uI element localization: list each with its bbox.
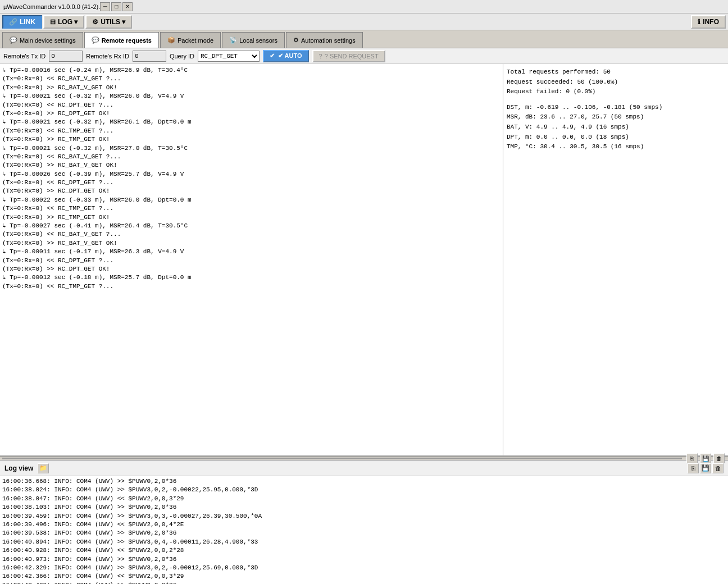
dst-stat: DST, m: -0.619 .. -0.106, -0.181 (50 smp… — [507, 103, 725, 113]
tab-local-sensors-icon: 📡 — [229, 36, 237, 44]
tab-packet-mode[interactable]: 📦 Packet mode — [160, 32, 221, 48]
toolbar: Remote's Tx ID Remote's Rx ID Query ID R… — [0, 48, 728, 64]
link-icon: 🔗 — [9, 18, 17, 26]
logview-folder-button[interactable]: 📁 — [38, 463, 49, 473]
auto-button[interactable]: ✔ ✔ AUTO — [263, 50, 309, 62]
remote-rx-label: Remote's Rx ID — [86, 53, 129, 60]
titlebar-title: µWaveCommander v1.0.0.0 (#1-2). — [3, 3, 100, 10]
remote-tx-label: Remote's Tx ID — [3, 53, 46, 60]
info-icon: ℹ — [698, 18, 700, 26]
logview-copy-button[interactable]: ⎘ — [688, 463, 699, 473]
logview-clear-button[interactable]: 🗑 — [712, 463, 724, 473]
main-content: ↳ Tp=-0.00016 sec (-0.24 m), MSR=26.9 dB… — [0, 64, 728, 456]
log-panel: ↳ Tp=-0.00016 sec (-0.24 m), MSR=26.9 dB… — [0, 64, 503, 455]
tab-remote-requests-icon: 💬 — [92, 36, 99, 44]
tab-remote-requests[interactable]: 💬 Remote requests — [84, 32, 159, 48]
tab-automation[interactable]: ⚙ Automation settings — [286, 32, 363, 48]
logview-label: Log view — [4, 464, 33, 472]
link-menu-button[interactable]: 🔗 LINK — [2, 15, 42, 29]
bat-stat: BAT, V: 4.9 .. 4.9, 4.9 (16 smps) — [507, 122, 725, 133]
maximize-button[interactable]: □ — [111, 2, 121, 11]
separator: ⎘ 💾 🗑 — [0, 456, 728, 460]
titlebar: µWaveCommander v1.0.0.0 (#1-2). ─ □ ✕ — [0, 0, 728, 13]
query-id-select[interactable]: RC_DPT_GET RC_BAT_V_GET RC_TMP_GET — [198, 51, 260, 62]
dpt-stat: DPT, m: 0.0 .. 0.0, 0.0 (18 smps) — [507, 133, 725, 143]
logview-header: Log view 📁 ⎘ 💾 🗑 — [0, 460, 728, 476]
log-text[interactable]: ↳ Tp=-0.00016 sec (-0.24 m), MSR=26.9 dB… — [0, 64, 503, 455]
minimize-button[interactable]: ─ — [100, 2, 110, 11]
copy-log-button[interactable]: ⎘ — [686, 453, 698, 463]
auto-checkmark-icon: ✔ — [270, 52, 275, 60]
remote-rx-input[interactable] — [133, 51, 166, 62]
save-log-button[interactable]: 💾 — [700, 453, 711, 463]
menubar: 🔗 LINK ⊟ LOG ▾ ⚙ UTILS ▾ ℹ INFO — [0, 13, 728, 30]
tmp-stat: TMP, °C: 30.4 .. 30.5, 30.5 (16 smps) — [507, 142, 725, 152]
logview-right-buttons: ⎘ 💾 🗑 — [688, 463, 724, 473]
send-icon: ? — [319, 53, 322, 60]
total-requests: Total requests performed: 50 — [507, 67, 725, 77]
utils-icon: ⚙ — [92, 18, 98, 26]
tab-main-device[interactable]: 💬 Main device settings — [2, 32, 83, 48]
tab-packet-mode-icon: 📦 — [167, 36, 175, 44]
tab-bar: 💬 Main device settings 💬 Remote requests… — [0, 30, 728, 48]
clear-log-button[interactable]: 🗑 — [713, 453, 725, 463]
requests-failed: Request failed: 0 (0.0%) — [507, 87, 725, 97]
titlebar-controls: ─ □ ✕ — [100, 2, 133, 11]
info-button[interactable]: ℹ INFO — [691, 15, 726, 29]
utils-menu-button[interactable]: ⚙ UTILS ▾ — [85, 15, 132, 29]
logview-content[interactable]: 16:00:36.668: INFO: COM4 (UWV) >> $PUWV0… — [0, 476, 728, 584]
tab-automation-icon: ⚙ — [293, 36, 299, 44]
tab-local-sensors[interactable]: 📡 Local sensors — [222, 32, 285, 48]
query-id-label: Query ID — [170, 53, 194, 60]
send-request-button[interactable]: ? ? SEND REQUEST — [312, 50, 385, 62]
log-menu-button[interactable]: ⊟ LOG ▾ — [43, 15, 84, 29]
msr-stat: MSR, dB: 23.6 .. 27.0, 25.7 (50 smps) — [507, 112, 725, 122]
logview-save-button[interactable]: 💾 — [700, 463, 711, 473]
close-button[interactable]: ✕ — [122, 2, 133, 11]
tab-main-device-icon: 💬 — [10, 36, 17, 44]
remote-tx-input[interactable] — [49, 51, 83, 62]
requests-succeeded: Request succeeded: 50 (100.0%) — [507, 77, 725, 88]
log-icon: ⊟ — [50, 18, 56, 26]
stats-panel: Total requests performed: 50 Request suc… — [503, 64, 728, 455]
